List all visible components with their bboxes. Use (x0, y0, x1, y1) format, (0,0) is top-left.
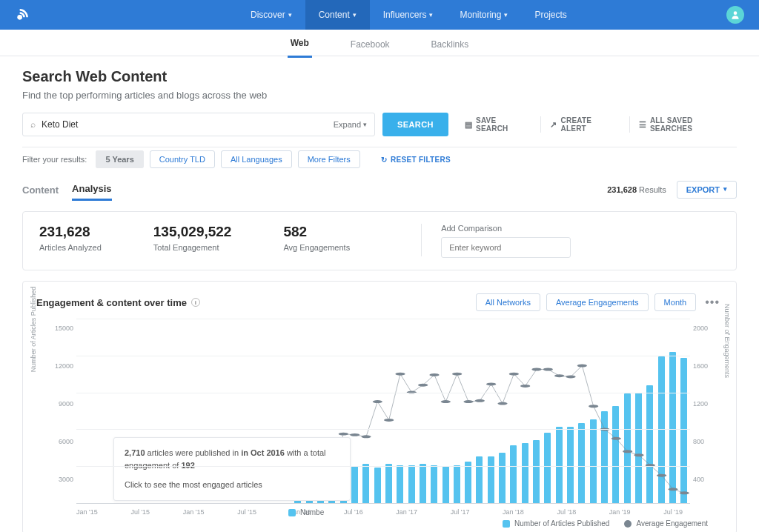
bar[interactable] (522, 443, 528, 503)
filter-5-years[interactable]: 5 Years (96, 150, 143, 168)
chart-control-all-networks[interactable]: All Networks (476, 293, 540, 311)
main-nav: Discover▾Content▾Influencers▾Monitoring▾… (237, 0, 580, 30)
y-axis-right-label: Number of Engagements (723, 304, 731, 378)
chevron-down-icon: ▾ (723, 185, 727, 194)
add-comparison-input[interactable] (441, 237, 571, 258)
svg-point-0 (17, 15, 22, 20)
avatar[interactable] (726, 6, 744, 24)
logo (15, 7, 30, 22)
info-icon[interactable]: i (191, 298, 200, 307)
subtab-web[interactable]: Web (288, 30, 312, 58)
stat-engagement: 135,029,522 Total Engagement (153, 224, 232, 252)
bar[interactable] (635, 393, 642, 503)
page-title: Search Web Content (22, 68, 737, 85)
bar[interactable] (476, 456, 483, 503)
bar[interactable] (601, 411, 608, 504)
filter-more-filters[interactable]: More Filters (298, 150, 360, 168)
bar[interactable] (362, 464, 369, 503)
filter-country-tld[interactable]: Country TLD (150, 150, 215, 168)
bar[interactable] (374, 468, 381, 503)
y-axis-left: 1500012000900060003000 (36, 319, 76, 504)
bar[interactable] (510, 445, 517, 503)
search-button[interactable]: SEARCH (382, 113, 448, 136)
bar[interactable] (624, 393, 631, 503)
bar[interactable] (351, 466, 358, 503)
bar[interactable] (544, 433, 551, 503)
chevron-down-icon: ▾ (429, 11, 433, 19)
bar[interactable] (465, 462, 471, 503)
filters-row: Filter your results: 5 YearsCountry TLDA… (22, 155, 737, 164)
more-icon[interactable]: ••• (702, 296, 723, 309)
expand-button[interactable]: Expand▾ (334, 120, 367, 129)
filters-label: Filter your results: (22, 155, 87, 164)
nav-influencers[interactable]: Influencers▾ (370, 0, 447, 30)
nav-monitoring[interactable]: Monitoring▾ (446, 0, 521, 30)
bar[interactable] (533, 440, 540, 503)
nav-discover[interactable]: Discover▾ (237, 0, 305, 30)
chevron-down-icon: ▾ (288, 11, 292, 19)
bar[interactable] (578, 423, 585, 503)
save-icon: ▤ (465, 120, 472, 130)
bar[interactable] (420, 464, 426, 503)
legend-truncated: Numbe (288, 508, 324, 516)
results-count: 231,628 Results (607, 185, 666, 194)
bar[interactable] (680, 358, 687, 503)
add-comparison: Add Comparison (441, 224, 571, 258)
divider (421, 224, 422, 256)
bar[interactable] (612, 406, 619, 503)
bar[interactable] (408, 465, 415, 503)
subtab-facebook[interactable]: Facebook (348, 32, 393, 57)
create-alert-button[interactable]: ↗CREATE ALERT (540, 116, 618, 133)
bar[interactable] (499, 453, 506, 503)
alert-icon: ↗ (550, 120, 557, 130)
y-axis-left-label: Number of Articles Published (30, 287, 37, 373)
list-icon: ☰ (639, 120, 646, 130)
divider (22, 147, 737, 147)
bar[interactable] (590, 419, 597, 503)
chart[interactable]: Number of Articles Published Number of E… (36, 319, 723, 504)
reset-filters-button[interactable]: ↻RESET FILTERS (381, 156, 451, 164)
filter-all-languages[interactable]: All Languages (221, 150, 292, 168)
chart-control-average-engagements[interactable]: Average Engagements (546, 293, 649, 311)
chart-control-month[interactable]: Month (654, 293, 697, 311)
bar[interactable] (397, 465, 403, 503)
nav-projects[interactable]: Projects (521, 0, 580, 30)
search-input[interactable] (42, 119, 328, 130)
subtab-backlinks[interactable]: Backlinks (428, 32, 472, 57)
top-nav: Discover▾Content▾Influencers▾Monitoring▾… (0, 0, 759, 30)
tab-content[interactable]: Content (22, 180, 59, 200)
save-search-button[interactable]: ▤SAVE SEARCH (456, 116, 531, 133)
sub-nav: WebFacebookBacklinks (0, 30, 759, 56)
chevron-down-icon: ▾ (353, 11, 357, 19)
legend-engagement: Average Engagement (624, 519, 708, 528)
y-axis-right: 200016001200800400 (690, 319, 723, 504)
bar[interactable] (385, 464, 392, 503)
bar[interactable] (431, 465, 437, 503)
refresh-icon: ↻ (381, 156, 387, 164)
stats-card: 231,628 Articles Analyzed 135,029,522 To… (22, 211, 737, 270)
chart-tooltip: 2,710 articles were published in in Oct … (113, 437, 351, 501)
bar[interactable] (454, 465, 460, 503)
page-subtitle: Find the top performing articles and blo… (22, 90, 737, 101)
search-icon: ⌕ (30, 119, 36, 130)
bar[interactable] (567, 427, 574, 503)
tab-analysis[interactable]: Analysis (72, 179, 111, 201)
all-saved-button[interactable]: ☰ALL SAVED SEARCHES (629, 116, 737, 133)
search-box: ⌕ Expand▾ (22, 113, 375, 136)
chevron-down-icon: ▾ (363, 121, 367, 128)
svg-point-1 (734, 11, 738, 15)
nav-content[interactable]: Content▾ (305, 0, 370, 30)
bar[interactable] (443, 466, 449, 503)
legend-articles: Number of Articles Published (503, 519, 609, 528)
bar[interactable] (488, 456, 494, 503)
chart-title: Engagement & content over timei (36, 297, 200, 308)
stat-avg: 582 Avg Engagements (283, 224, 350, 252)
chart-card: Engagement & content over timei All Netw… (22, 281, 737, 532)
bar[interactable] (646, 385, 653, 503)
bar[interactable] (556, 427, 563, 503)
plot-area: 2,710 articles were published in in Oct … (76, 319, 690, 504)
export-button[interactable]: EXPORT▾ (677, 181, 737, 199)
bar[interactable] (669, 352, 676, 503)
chevron-down-icon: ▾ (504, 11, 508, 19)
stat-articles: 231,628 Articles Analyzed (39, 224, 102, 252)
